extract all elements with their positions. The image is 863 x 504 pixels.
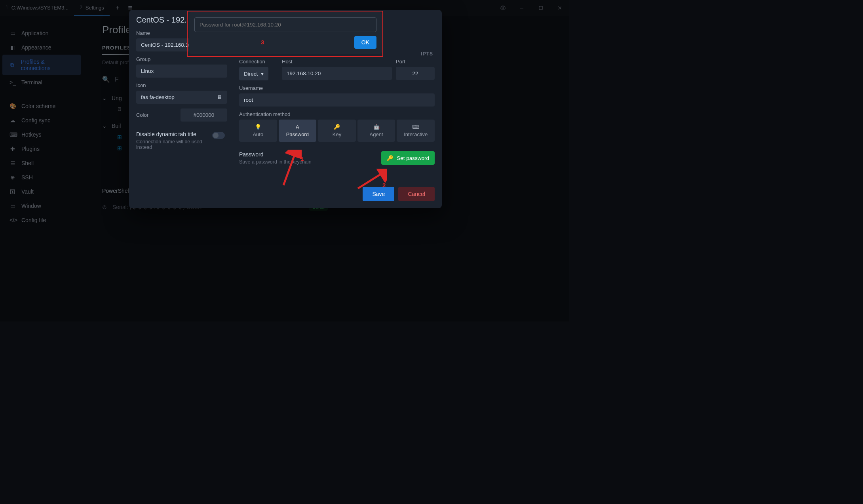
host-input[interactable]: 192.168.10.20 xyxy=(282,67,392,80)
auth-opt-label: Interactive xyxy=(404,131,428,137)
group-input[interactable]: Linux xyxy=(136,65,227,78)
ok-button[interactable]: OK xyxy=(354,36,376,49)
key-icon: 🔑 xyxy=(334,124,340,130)
app-window: 1 C:\Windows\SYSTEM3... 2 Settings ▭Appl… xyxy=(0,0,569,321)
auth-interactive[interactable]: ⌨Interactive xyxy=(397,120,435,142)
password-description: Save a password in the keychain xyxy=(239,159,312,165)
icon-input[interactable]: fas fa-desktop🖥 xyxy=(136,91,227,104)
color-input[interactable]: #000000 xyxy=(181,108,227,122)
auth-password[interactable]: APassword xyxy=(279,120,317,142)
auth-opt-label: Auto xyxy=(253,131,263,137)
password-input[interactable] xyxy=(194,17,376,32)
auth-label: Authentication method xyxy=(239,111,435,117)
auth-key[interactable]: 🔑Key xyxy=(318,120,356,142)
keyboard-icon: ⌨ xyxy=(412,124,420,130)
auth-agent[interactable]: 🤖Agent xyxy=(357,120,395,142)
port-input[interactable]: 22 xyxy=(396,67,435,80)
font-icon: A xyxy=(296,124,299,130)
subtab-cutoff: IPTS xyxy=(421,51,433,57)
auth-method-group: 💡Auto APassword 🔑Key 🤖Agent ⌨Interactive xyxy=(239,120,435,142)
set-password-button[interactable]: 🔑Set password xyxy=(381,151,435,165)
auth-opt-label: Agent xyxy=(370,131,383,137)
save-button[interactable]: Save xyxy=(363,187,394,201)
auth-auto[interactable]: 💡Auto xyxy=(239,120,277,142)
auth-opt-label: Key xyxy=(333,131,341,137)
icon-label: Icon xyxy=(136,82,227,88)
password-label: Password xyxy=(239,151,312,158)
toggle-label: Disable dynamic tab title xyxy=(136,131,207,137)
host-label: Host xyxy=(282,59,392,65)
password-prompt-popup: OK xyxy=(189,12,382,54)
chevron-down-icon: ▾ xyxy=(261,70,264,77)
disable-tab-title-toggle[interactable] xyxy=(212,132,225,139)
username-label: Username xyxy=(239,85,435,91)
connection-label: Connection xyxy=(239,59,278,65)
icon-value: fas fa-desktop xyxy=(141,94,175,100)
lightbulb-icon: 💡 xyxy=(255,124,261,130)
connection-select[interactable]: Direct▾ xyxy=(239,67,268,80)
agent-icon: 🤖 xyxy=(373,124,380,130)
color-label: Color xyxy=(136,112,181,118)
group-label: Group xyxy=(136,56,227,62)
key-icon: 🔑 xyxy=(387,155,393,161)
desktop-icon: 🖥 xyxy=(217,94,222,100)
cancel-button[interactable]: Cancel xyxy=(398,187,435,201)
connection-value: Direct xyxy=(244,71,258,77)
username-input[interactable]: root xyxy=(239,93,435,107)
toggle-description: Connection name will be used instead xyxy=(136,139,207,150)
button-label: Set password xyxy=(397,155,429,161)
port-label: Port xyxy=(396,59,435,65)
auth-opt-label: Password xyxy=(286,131,309,137)
